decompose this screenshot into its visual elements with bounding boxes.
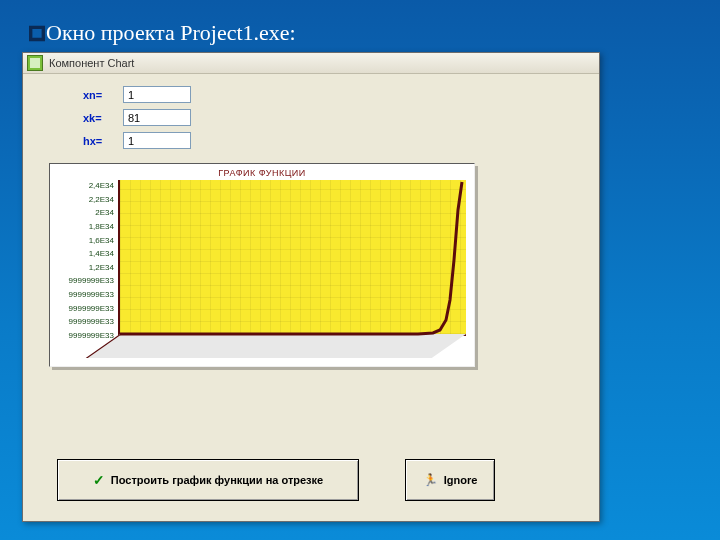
- ytick: 2E34: [56, 209, 114, 217]
- build-chart-button[interactable]: ✓ Построить график функции на отрезке: [57, 459, 359, 501]
- ytick: 9999999E33: [56, 332, 114, 340]
- window-title: Компонент Chart: [49, 57, 134, 69]
- slide-title: Окно проекта Project1.exe:: [46, 20, 296, 46]
- input-hx[interactable]: [123, 132, 191, 149]
- ytick: 2,4E34: [56, 182, 114, 190]
- button-row: ✓ Построить график функции на отрезке 🏃 …: [57, 459, 495, 501]
- ignore-label: Ignore: [444, 474, 478, 486]
- check-icon: ✓: [93, 472, 105, 488]
- label-hx: hx=: [83, 135, 123, 147]
- ignore-button[interactable]: 🏃 Ignore: [405, 459, 495, 501]
- ytick: 9999999E33: [56, 305, 114, 313]
- runner-icon: 🏃: [423, 473, 438, 487]
- app-icon: [27, 55, 43, 71]
- ytick: 9999999E33: [56, 277, 114, 285]
- label-xk: xk=: [83, 112, 123, 124]
- build-chart-label: Построить график функции на отрезке: [111, 474, 323, 486]
- ytick: 1,4E34: [56, 250, 114, 258]
- form-area: xn= xk= hx= ГРАФИК ФУНКЦИИ 2,4E34 2,2E34…: [23, 74, 599, 367]
- ytick: 1,6E34: [56, 237, 114, 245]
- row-xn: xn=: [83, 86, 589, 103]
- ytick: 9999999E33: [56, 291, 114, 299]
- titlebar: Компонент Chart: [23, 53, 599, 74]
- input-xk[interactable]: [123, 109, 191, 126]
- input-xn[interactable]: [123, 86, 191, 103]
- label-xn: xn=: [83, 89, 123, 101]
- chart: ГРАФИК ФУНКЦИИ 2,4E34 2,2E34 2E34 1,8E34…: [49, 163, 475, 367]
- ytick: 1,8E34: [56, 223, 114, 231]
- row-hx: hx=: [83, 132, 589, 149]
- row-xk: xk=: [83, 109, 589, 126]
- plot-floor: [86, 334, 466, 358]
- ytick: 1,2E34: [56, 264, 114, 272]
- ytick: 2,2E34: [56, 196, 114, 204]
- app-window: Компонент Chart xn= xk= hx= ГРАФИК ФУНКЦ…: [22, 52, 600, 522]
- bullet-icon: 🞐: [28, 24, 46, 45]
- ytick: 9999999E33: [56, 318, 114, 326]
- chart-title: ГРАФИК ФУНКЦИИ: [50, 168, 474, 178]
- series-line: [118, 180, 464, 336]
- y-axis-labels: 2,4E34 2,2E34 2E34 1,8E34 1,6E34 1,4E34 …: [56, 182, 114, 340]
- plot-area: [118, 180, 464, 360]
